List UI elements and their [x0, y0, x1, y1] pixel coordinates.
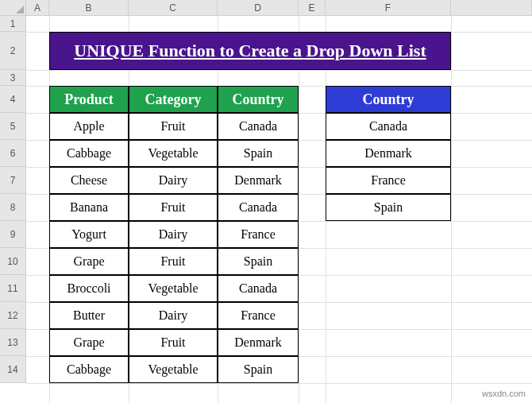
row-header-3[interactable]: 3: [0, 70, 26, 86]
row-header-7[interactable]: 7: [0, 167, 26, 194]
title-banner[interactable]: UNIQUE Function to Create a Drop Down Li…: [49, 32, 451, 70]
row-header-10[interactable]: 10: [0, 248, 26, 275]
main-cell[interactable]: Dairy: [129, 302, 218, 329]
side-cell[interactable]: Canada: [326, 113, 451, 140]
row-header-2[interactable]: 2: [0, 32, 26, 70]
main-cell[interactable]: Denmark: [218, 329, 299, 356]
main-cell[interactable]: Apple: [49, 113, 129, 140]
col-header-A[interactable]: A: [26, 0, 49, 16]
main-cell[interactable]: Fruit: [129, 194, 218, 221]
row-header-11[interactable]: 11: [0, 275, 26, 302]
main-cell[interactable]: France: [218, 302, 299, 329]
main-header-country[interactable]: Country: [218, 86, 299, 113]
main-cell[interactable]: Fruit: [129, 248, 218, 275]
row-header-9[interactable]: 9: [0, 221, 26, 248]
row-header-12[interactable]: 12: [0, 302, 26, 329]
main-cell[interactable]: Denmark: [218, 167, 299, 194]
main-header-product[interactable]: Product: [49, 86, 129, 113]
main-cell[interactable]: Butter: [49, 302, 129, 329]
col-header-E[interactable]: E: [299, 0, 326, 16]
main-cell[interactable]: Canada: [218, 113, 299, 140]
side-cell[interactable]: Denmark: [326, 140, 451, 167]
col-header-B[interactable]: B: [49, 0, 129, 16]
main-cell[interactable]: Canada: [218, 275, 299, 302]
main-header-category[interactable]: Category: [129, 86, 218, 113]
main-cell[interactable]: Cabbage: [49, 356, 129, 383]
main-cell[interactable]: Spain: [218, 356, 299, 383]
col-header-F[interactable]: F: [326, 0, 451, 16]
side-cell[interactable]: France: [326, 167, 451, 194]
row-header-5[interactable]: 5: [0, 113, 26, 140]
main-cell[interactable]: Grape: [49, 329, 129, 356]
main-cell[interactable]: Spain: [218, 140, 299, 167]
row-header-14[interactable]: 14: [0, 356, 26, 383]
main-cell[interactable]: Spain: [218, 248, 299, 275]
main-cell[interactable]: Vegetable: [129, 140, 218, 167]
main-cell[interactable]: Vegetable: [129, 356, 218, 383]
main-cell[interactable]: Cabbage: [49, 140, 129, 167]
col-header-C[interactable]: C: [129, 0, 218, 16]
main-cell[interactable]: Grape: [49, 248, 129, 275]
main-cell[interactable]: Vegetable: [129, 275, 218, 302]
main-cell[interactable]: Broccoli: [49, 275, 129, 302]
main-cell[interactable]: France: [218, 221, 299, 248]
side-header-country[interactable]: Country: [326, 86, 451, 113]
main-cell[interactable]: Yogurt: [49, 221, 129, 248]
main-cell[interactable]: Cheese: [49, 167, 129, 194]
main-cell[interactable]: Banana: [49, 194, 129, 221]
watermark: wsxdn.com: [482, 389, 526, 398]
main-cell[interactable]: Dairy: [129, 167, 218, 194]
row-header-13[interactable]: 13: [0, 329, 26, 356]
row-header-6[interactable]: 6: [0, 140, 26, 167]
main-cell[interactable]: Fruit: [129, 113, 218, 140]
side-cell[interactable]: Spain: [326, 194, 451, 221]
row-header-1[interactable]: 1: [0, 16, 26, 32]
select-all-corner[interactable]: [0, 0, 26, 16]
col-header-D[interactable]: D: [218, 0, 299, 16]
main-cell[interactable]: Canada: [218, 194, 299, 221]
main-cell[interactable]: Dairy: [129, 221, 218, 248]
main-cell[interactable]: Fruit: [129, 329, 218, 356]
col-header-G[interactable]: [451, 0, 532, 16]
row-header-4[interactable]: 4: [0, 86, 26, 113]
row-header-8[interactable]: 8: [0, 194, 26, 221]
